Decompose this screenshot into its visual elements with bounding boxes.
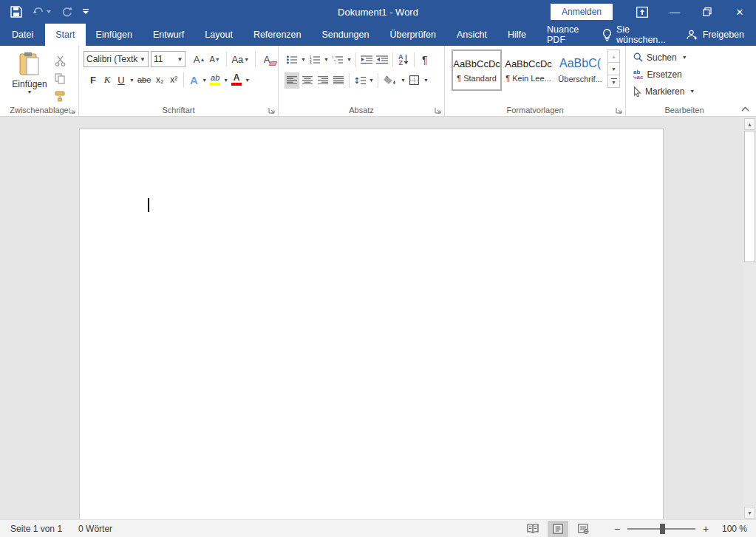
shrink-font-button[interactable]: A▼ [208, 51, 222, 67]
clipboard-dialog-launcher-icon[interactable] [67, 106, 76, 114]
line-spacing-icon[interactable] [353, 72, 367, 89]
undo-icon[interactable] [33, 7, 51, 17]
cut-icon[interactable] [52, 55, 68, 68]
zoom-out-button[interactable]: − [610, 523, 624, 535]
ribbon-display-options-icon[interactable] [626, 0, 658, 24]
chevron-down-icon[interactable]: ▼ [137, 56, 148, 63]
borders-icon[interactable] [407, 72, 422, 89]
tab-referenzen[interactable]: Referenzen [243, 24, 312, 46]
tab-nuance-pdf[interactable]: Nuance PDF [537, 24, 593, 46]
style-scroll-up-icon[interactable]: ▲ [607, 49, 620, 63]
highlight-button[interactable]: ab [208, 72, 222, 88]
font-size-value: 11 [151, 54, 165, 64]
vertical-scrollbar[interactable]: ▲ ▼ [743, 117, 756, 519]
separator [226, 52, 227, 66]
select-button[interactable]: Markieren ▼ [633, 83, 741, 100]
paste-button[interactable]: Einfügen ▼ [10, 49, 49, 103]
bullets-icon[interactable] [285, 52, 299, 68]
highlight-dropdown-icon[interactable]: ▼ [222, 78, 229, 83]
tab-ueberpruefen[interactable]: Überprüfen [379, 24, 446, 46]
italic-button[interactable]: K [101, 72, 114, 88]
clear-formatting-button[interactable]: A [260, 51, 273, 67]
subscript-button[interactable]: x₂ [153, 72, 166, 88]
page-indicator[interactable]: Seite 1 von 1 [10, 524, 62, 534]
tab-einfuegen[interactable]: Einfügen [86, 24, 143, 46]
chevron-down-icon[interactable]: ▼ [175, 56, 185, 63]
shading-icon[interactable] [381, 72, 399, 89]
replace-button[interactable]: ab⤷ac Ersetzen [633, 66, 741, 83]
increase-indent-icon[interactable] [375, 52, 389, 68]
shading-dropdown-icon[interactable]: ▼ [400, 78, 406, 83]
print-layout-icon[interactable] [548, 521, 568, 537]
paragraph-dialog-launcher-icon[interactable] [433, 106, 442, 114]
zoom-percentage[interactable]: 100 % [713, 524, 747, 534]
sign-in-button[interactable]: Anmelden [551, 4, 613, 20]
style-no-spacing[interactable]: AaBbCcDc ¶ Kein Lee... [504, 50, 553, 90]
collapse-ribbon-icon[interactable] [738, 103, 752, 114]
style-scroll-down-icon[interactable]: ▼ [607, 62, 620, 75]
find-button[interactable]: Suchen ▼ [633, 49, 741, 66]
strikethrough-button[interactable]: abe [136, 72, 152, 88]
decrease-indent-icon[interactable] [359, 52, 374, 68]
underline-dropdown-icon[interactable]: ▼ [129, 78, 135, 83]
restore-button[interactable] [691, 0, 723, 24]
web-layout-icon[interactable] [573, 521, 593, 537]
tab-sendungen[interactable]: Sendungen [312, 24, 380, 46]
zoom-slider-track[interactable] [627, 528, 695, 530]
scroll-up-icon[interactable]: ▲ [744, 118, 755, 130]
redo-icon[interactable] [61, 7, 72, 18]
show-formatting-marks-button[interactable]: ¶ [418, 52, 432, 68]
customize-qat-icon[interactable] [83, 9, 89, 15]
read-mode-icon[interactable] [522, 521, 543, 537]
zoom-slider-thumb[interactable] [660, 524, 665, 534]
align-center-icon[interactable] [300, 72, 315, 89]
align-right-icon[interactable] [316, 72, 330, 89]
font-name-combobox[interactable]: Calibri (Textk ▼ [84, 51, 149, 67]
styles-dialog-launcher-icon[interactable] [614, 106, 623, 114]
document-area[interactable] [0, 117, 743, 519]
font-size-combobox[interactable]: 11 ▼ [151, 51, 185, 67]
align-left-icon[interactable] [285, 72, 299, 89]
sort-button[interactable]: A Z [396, 52, 411, 68]
tab-hilfe[interactable]: Hilfe [497, 24, 537, 46]
line-spacing-dropdown-icon[interactable]: ▼ [368, 78, 375, 83]
multilevel-dropdown-icon[interactable]: ▼ [346, 57, 353, 62]
tab-datei[interactable]: Datei [0, 24, 45, 46]
font-color-button[interactable]: A [230, 72, 243, 88]
style-gallery-more-icon[interactable]: ▼ [607, 75, 620, 88]
close-button[interactable]: ✕ [723, 0, 756, 24]
tab-layout[interactable]: Layout [194, 24, 243, 46]
multilevel-list-icon[interactable]: 1ai [330, 52, 345, 68]
copy-icon[interactable] [52, 72, 68, 86]
share-button[interactable]: Freigeben [675, 30, 756, 41]
style-heading1[interactable]: AaBbC( Überschrif... [556, 50, 605, 90]
save-icon[interactable] [10, 6, 22, 18]
word-count[interactable]: 0 Wörter [78, 524, 112, 534]
tab-start[interactable]: Start [45, 24, 85, 46]
font-dialog-launcher-icon[interactable] [267, 106, 276, 114]
grow-font-button[interactable]: A▲ [192, 51, 205, 67]
change-case-button[interactable]: Aa▼ [231, 51, 251, 67]
style-normal[interactable]: AaBbCcDc ¶ Standard [452, 50, 501, 90]
zoom-in-button[interactable]: + [698, 523, 713, 535]
numbering-dropdown-icon[interactable]: ▼ [323, 57, 330, 62]
tab-ansicht[interactable]: Ansicht [446, 24, 497, 46]
bullets-dropdown-icon[interactable]: ▼ [300, 57, 307, 62]
scroll-down-icon[interactable]: ▼ [744, 507, 755, 519]
numbering-icon[interactable]: 123 [307, 52, 322, 68]
borders-dropdown-icon[interactable]: ▼ [423, 78, 429, 83]
tell-me-box[interactable]: Sie wünschen... [593, 24, 675, 45]
document-page[interactable] [79, 129, 664, 519]
scrollbar-thumb[interactable] [744, 131, 755, 262]
font-color-dropdown-icon[interactable]: ▼ [244, 78, 251, 83]
bold-button[interactable]: F [86, 72, 100, 88]
tab-entwurf[interactable]: Entwurf [143, 24, 194, 46]
text-effects-dropdown-icon[interactable]: ▼ [201, 78, 208, 83]
underline-button[interactable]: U [115, 72, 128, 88]
minimize-button[interactable]: — [658, 0, 691, 24]
text-effects-button[interactable]: A [187, 72, 200, 88]
word-app-window: Dokument1 - Word Anmelden — ✕ Datei Star… [0, 0, 756, 537]
format-painter-icon[interactable] [52, 89, 68, 103]
superscript-button[interactable]: x² [167, 72, 180, 88]
justify-icon[interactable] [331, 72, 346, 89]
